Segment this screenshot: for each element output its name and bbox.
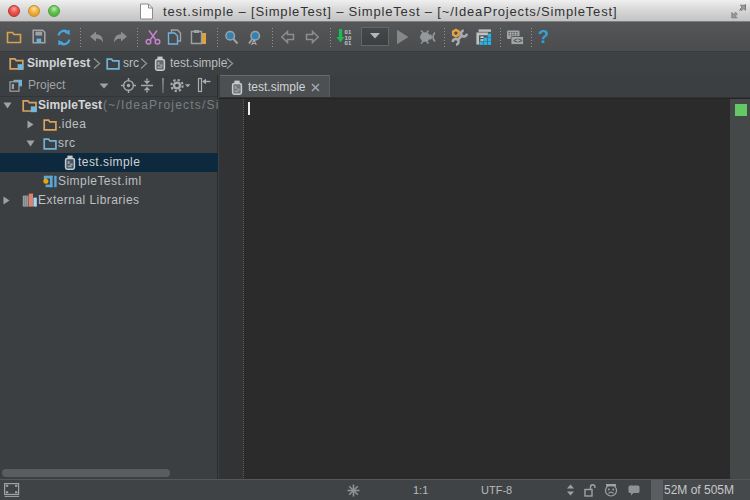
svg-text:<>: <> <box>513 37 523 45</box>
svg-text:01: 01 <box>345 40 352 46</box>
svg-text:A: A <box>251 38 257 47</box>
